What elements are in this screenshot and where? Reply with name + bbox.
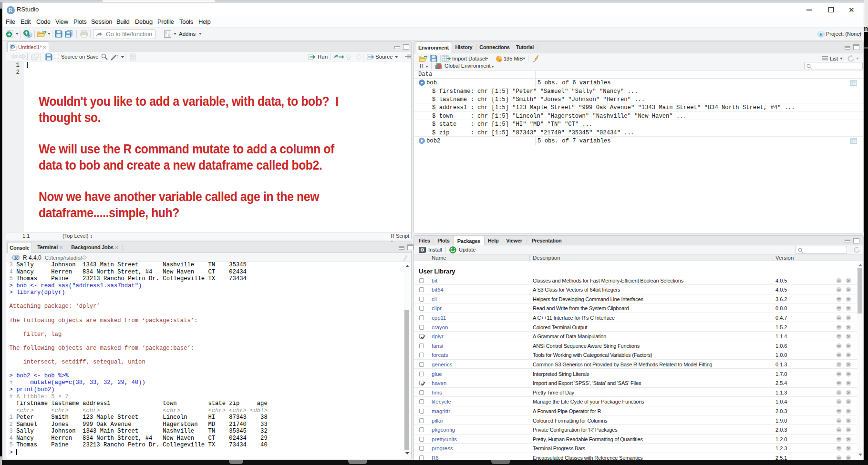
svg-text:R: R: [14, 255, 18, 261]
svg-text:R: R: [11, 45, 14, 50]
svg-text:R: R: [820, 32, 823, 37]
